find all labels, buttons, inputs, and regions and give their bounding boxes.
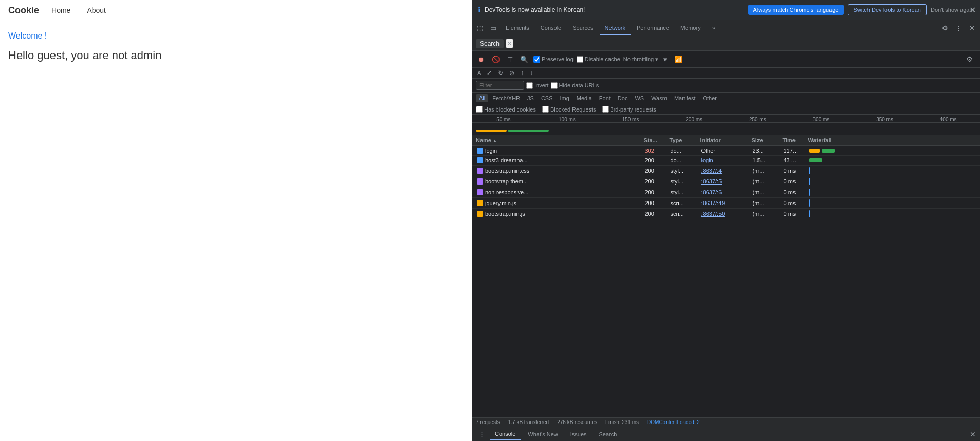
inspect-element-icon[interactable]: ⬚ [474,22,486,34]
header-waterfall[interactable]: Waterfall [808,137,976,143]
more-options-icon[interactable]: ⋮ [952,22,965,34]
clear-button[interactable]: 🚫 [490,54,502,64]
always-match-language-button[interactable]: Always match Chrome's language [748,5,844,15]
text-size-small-icon[interactable]: A [476,69,483,77]
file-icon [477,168,483,174]
console-tab-console[interactable]: Console [490,429,521,440]
invert-label[interactable]: Invert [526,82,549,89]
timeline-ticks: 50 ms 100 ms 150 ms 200 ms 250 ms 300 ms… [472,115,980,123]
header-time[interactable]: Time [783,137,808,143]
block-icon[interactable]: ⊘ [507,69,516,77]
blocked-requests-label[interactable]: Blocked Requests [542,106,596,113]
tab-console[interactable]: Console [535,22,566,35]
header-type[interactable]: Type [670,137,700,143]
filter-wasm[interactable]: Wasm [648,94,670,102]
dont-show-again-link[interactable]: Don't show again [931,7,974,13]
tab-more[interactable]: » [707,22,720,35]
devtools-toolbar: ⬚ ▭ Elements Console Sources Network Per… [472,20,980,36]
header-initiator[interactable]: Initiator [700,137,752,143]
tab-performance[interactable]: Performance [632,22,674,35]
row-status: 200 [644,188,670,196]
initiator-link[interactable]: :8637/:49 [701,200,725,206]
row-size: (m... [752,177,783,186]
record-button[interactable]: ⏺ [476,54,487,64]
initiator-link[interactable]: :8637/:50 [701,211,725,217]
row-waterfall [808,167,976,175]
settings-gear-icon[interactable]: ⚙ [939,22,951,34]
preserve-log-checkbox[interactable] [533,56,540,63]
close-search-icon[interactable]: ✕ [506,39,513,48]
header-size[interactable]: Size [752,137,783,143]
switch-to-korean-button[interactable]: Switch DevTools to Korean [848,4,927,15]
device-toolbar-icon[interactable]: ▭ [487,22,500,34]
filter-icon[interactable]: ⊤ [505,54,515,64]
row-name: bootstrap-them... [476,177,644,186]
filter-fetch-xhr[interactable]: Fetch/XHR [489,94,523,102]
hide-data-urls-checkbox[interactable] [551,82,558,89]
console-tab-issues[interactable]: Issues [565,429,592,439]
has-blocked-cookies-label[interactable]: Has blocked cookies [476,106,536,113]
filter-all[interactable]: All [476,94,488,102]
waterfall-bar-blue [809,210,810,217]
refresh-icon[interactable]: ↻ [496,69,505,77]
korean-bar-close-icon[interactable]: ✕ [969,5,976,15]
initiator-link[interactable]: :8637/:6 [701,189,722,195]
search-network-icon[interactable]: 🔍 [518,54,530,64]
preserve-log-label[interactable]: Preserve log [533,56,574,63]
nav-bar: Cookie Home About [0,0,472,21]
third-party-requests-label[interactable]: 3rd-party requests [602,106,656,113]
table-row[interactable]: host3.dreamha... 200 do... login 1.5... … [472,156,980,166]
filter-doc[interactable]: Doc [615,94,631,102]
nav-about[interactable]: About [83,4,110,16]
filter-manifest[interactable]: Manifest [671,94,699,102]
table-row[interactable]: bootstrap.min.css 200 styl... :8637/:4 (… [472,166,980,176]
tab-sources[interactable]: Sources [567,22,598,35]
tab-memory[interactable]: Memory [675,22,706,35]
table-row[interactable]: login 302 do... Other 23... 117... [472,146,980,156]
filter-css[interactable]: CSS [538,94,556,102]
filter-media[interactable]: Media [574,94,595,102]
nav-home[interactable]: Home [47,4,75,16]
filter-img[interactable]: Img [557,94,572,102]
disable-cache-label[interactable]: Disable cache [577,56,620,63]
row-status: 200 [644,199,670,207]
header-status[interactable]: Sta... [644,137,670,143]
throttle-select[interactable]: No throttling ▾ [623,56,658,63]
filter-js[interactable]: JS [524,94,537,102]
console-close-icon[interactable]: ✕ [970,430,976,438]
download-icon[interactable]: ↓ [528,69,535,77]
row-name: login [476,147,644,154]
tab-network[interactable]: Network [600,22,631,35]
wifi-icon[interactable]: 📶 [672,54,685,64]
third-party-requests-checkbox[interactable] [602,106,609,113]
tab-elements[interactable]: Elements [501,22,534,35]
upload-icon[interactable]: ↑ [519,69,526,77]
filter-other[interactable]: Other [699,94,720,102]
initiator-link[interactable]: :8637/:4 [701,168,722,174]
korean-bar-message: DevTools is now available in Korean! [485,6,744,13]
network-settings-icon[interactable]: ⚙ [963,53,976,65]
initiator-link[interactable]: :8637/:5 [701,178,722,185]
table-row[interactable]: non-responsive... 200 styl... :8637/:6 (… [472,187,980,198]
filter-ws[interactable]: WS [632,94,647,102]
network-options-icon[interactable]: ▾ [661,54,669,64]
disable-cache-checkbox[interactable] [577,56,583,63]
invert-checkbox[interactable] [526,82,533,89]
blocked-requests-checkbox[interactable] [542,106,549,113]
header-name[interactable]: Name [476,137,644,143]
table-row[interactable]: jquery.min.js 200 scri... :8637/:49 (m..… [472,198,980,209]
hide-data-urls-label[interactable]: Hide data URLs [551,82,599,89]
text-expand-icon[interactable]: ⤢ [485,69,494,77]
tick-100: 100 ms [535,117,599,122]
console-menu-icon[interactable]: ⋮ [476,429,488,439]
has-blocked-cookies-checkbox[interactable] [476,106,483,113]
table-row[interactable]: bootstrap.min.js 200 scri... :8637/:50 (… [472,209,980,219]
console-tab-search[interactable]: Search [594,429,622,439]
table-row[interactable]: bootstrap-them... 200 styl... :8637/:5 (… [472,176,980,187]
initiator-link[interactable]: login [701,157,713,163]
filter-font[interactable]: Font [596,94,614,102]
filter-input[interactable] [479,82,521,88]
row-initiator: :8637/:5 [700,177,752,186]
console-tab-whats-new[interactable]: What's New [523,429,563,439]
close-devtools-icon[interactable]: ✕ [966,22,978,34]
